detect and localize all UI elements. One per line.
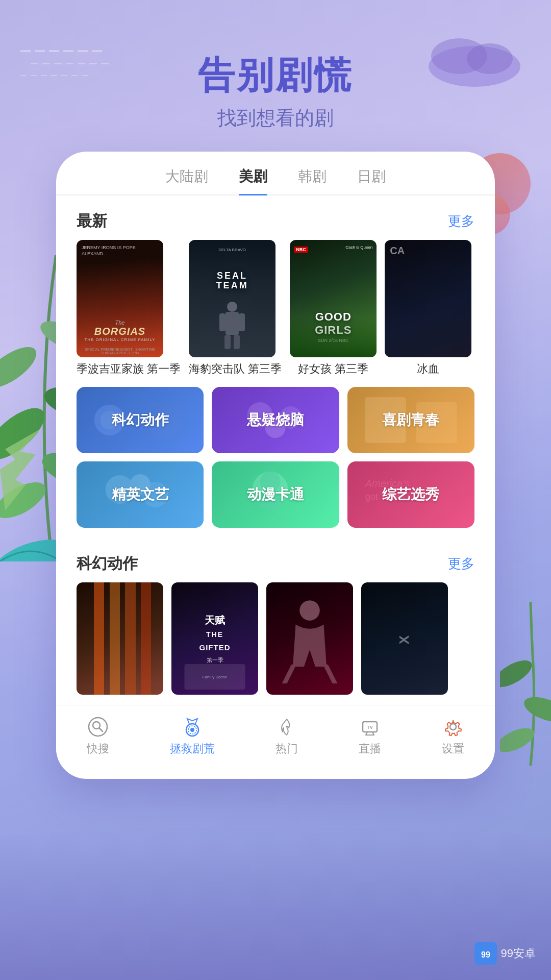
category-label-elite: 精英文艺 [112, 485, 169, 504]
poster-goodgirls: NBC Cash is Queen GOODGIRLS SUN 2/16 NBC [290, 240, 377, 357]
watermark: 99 99安卓 [474, 942, 536, 965]
scifi-section-title: 科幻动作 [77, 553, 138, 574]
header-area: 告别剧慌 找到想看的剧 [0, 0, 551, 131]
nav-label-live: 直播 [359, 741, 381, 756]
category-label-variety: 综艺选秀 [382, 485, 439, 504]
category-label-anime: 动漫卡通 [247, 485, 304, 504]
svg-rect-17 [226, 312, 239, 335]
svg-rect-19 [239, 313, 245, 331]
category-card-scifi[interactable]: 科幻动作 [77, 387, 204, 453]
leaf-decoration-right [500, 561, 551, 766]
scifi-show-card-gifted[interactable]: 天赋THEGIFTED 第一季 Family Scene [171, 582, 258, 695]
poster-sealteam: DELTA BRAVO SEALTEAM [189, 240, 276, 357]
scifi-show-card-1[interactable] [77, 582, 163, 695]
scifi-more-button[interactable]: 更多 [448, 555, 474, 573]
nav-item-live[interactable]: TV 直播 [359, 716, 381, 756]
tab-korea[interactable]: 韩剧 [298, 167, 327, 194]
svg-point-46 [190, 728, 194, 732]
nav-label-rescue: 拯救剧荒 [170, 741, 215, 756]
nav-label-search: 快搜 [87, 741, 109, 756]
tab-us[interactable]: 美剧 [239, 167, 267, 194]
category-label-scifi: 科幻动作 [112, 410, 169, 430]
medal-icon [181, 716, 204, 738]
fire-icon [276, 716, 298, 738]
latest-more-button[interactable]: 更多 [448, 212, 474, 230]
svg-line-39 [285, 667, 293, 683]
show-card-dark[interactable]: CA 冰血 [385, 240, 471, 377]
svg-line-43 [99, 728, 103, 731]
scifi-section-header: 科幻动作 更多 [56, 538, 495, 582]
svg-point-16 [227, 302, 237, 312]
category-grid: 科幻动作 悬疑烧脑 喜剧青春 精英文艺 [56, 382, 495, 538]
latest-shows-scroll: JEREMY IRONS IS POPE ALEXAND... The BORG… [56, 240, 495, 382]
show-card-borgias[interactable]: JEREMY IRONS IS POPE ALEXAND... The BORG… [77, 240, 181, 377]
tab-mainland[interactable]: 大陆剧 [165, 167, 208, 194]
scifi-show-card-3[interactable] [266, 582, 353, 695]
watermark-icon: 99 [474, 942, 497, 965]
category-card-mystery[interactable]: 悬疑烧脑 [212, 387, 339, 453]
poster-borgias: JEREMY IRONS IS POPE ALEXAND... The BORG… [77, 240, 163, 357]
category-label-comedy: 喜剧青春 [382, 410, 439, 430]
category-card-elite[interactable]: 精英文艺 [77, 461, 204, 528]
svg-point-38 [299, 600, 320, 621]
main-headline: 告别剧慌 [0, 51, 551, 100]
tv-icon: TV [359, 716, 381, 738]
nav-label-hot: 热门 [276, 741, 298, 756]
svg-rect-18 [219, 313, 226, 331]
svg-point-14 [521, 692, 551, 727]
nav-label-settings: 设置 [442, 741, 464, 756]
show-card-goodgirls[interactable]: NBC Cash is Queen GOODGIRLS SUN 2/16 NBC… [290, 240, 377, 377]
poster-dark: CA [385, 240, 471, 357]
latest-section-header: 最新 更多 [56, 195, 495, 240]
phone-mockup: 大陆剧 美剧 韩剧 日剧 最新 更多 JEREMY IRONS IS POPE … [56, 152, 495, 779]
category-card-variety[interactable]: America's got Talent 综艺选秀 [347, 461, 474, 528]
svg-text:99: 99 [481, 950, 490, 959]
show-label-borgias: 季波吉亚家族 第一季 [77, 361, 181, 377]
category-card-comedy[interactable]: 喜剧青春 [347, 387, 474, 453]
main-subtitle: 找到想看的剧 [0, 105, 551, 131]
nav-item-hot[interactable]: 热门 [276, 716, 298, 756]
svg-point-10 [0, 339, 42, 396]
tabs-row: 大陆剧 美剧 韩剧 日剧 [56, 152, 495, 195]
svg-point-15 [500, 655, 536, 692]
show-card-sealteam[interactable]: DELTA BRAVO SEALTEAM [189, 240, 282, 377]
nav-item-search[interactable]: 快搜 [87, 716, 109, 756]
bottom-wave-deco [0, 827, 551, 980]
svg-line-40 [327, 667, 335, 683]
show-label-goodgirls: 好女孩 第三季 [290, 361, 377, 377]
tab-japan[interactable]: 日剧 [357, 167, 386, 194]
nav-item-rescue[interactable]: 拯救剧荒 [170, 716, 215, 756]
nav-item-settings[interactable]: 设置 [442, 716, 464, 756]
svg-point-41 [89, 718, 107, 736]
svg-rect-20 [224, 335, 231, 349]
svg-point-52 [450, 724, 456, 730]
latest-section-title: 最新 [77, 211, 107, 232]
scifi-show-card-4[interactable]: X [361, 582, 448, 695]
svg-rect-21 [234, 335, 240, 349]
search-circle-icon [87, 716, 109, 738]
bottom-navigation: 快搜 拯救剧荒 热门 [56, 705, 495, 769]
show-label-dark: 冰血 [385, 361, 471, 377]
category-label-mystery: 悬疑烧脑 [247, 410, 304, 430]
category-card-anime[interactable]: 动漫卡通 [212, 461, 339, 528]
watermark-label: 99安卓 [501, 946, 536, 961]
scifi-shows-scroll: 天赋THEGIFTED 第一季 Family Scene X [56, 582, 495, 705]
gear-icon [442, 716, 464, 738]
svg-text:TV: TV [367, 725, 373, 730]
show-label-sealteam: 海豹突击队 第三季 [189, 361, 282, 377]
